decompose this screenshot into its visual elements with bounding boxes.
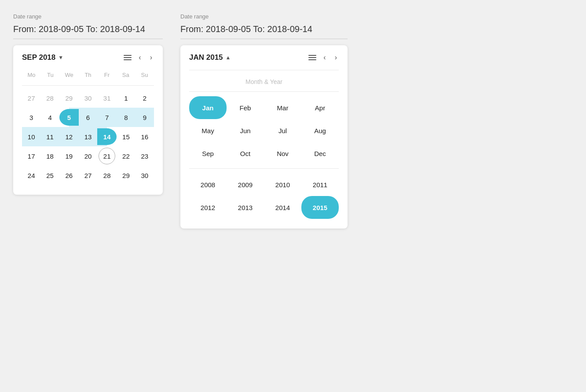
year-cell[interactable]: 2014	[264, 196, 301, 219]
year-cell[interactable]: 2012	[189, 196, 227, 219]
cal-day-cell[interactable]: 29	[117, 166, 135, 185]
cal-day-cell[interactable]: 28	[40, 88, 59, 108]
month-cell[interactable]: Jan	[189, 96, 227, 119]
right-cal-title[interactable]: JAN 2015 ▲	[189, 53, 231, 62]
day-circle: 20	[80, 148, 96, 164]
cal-day-cell[interactable]: 26	[59, 166, 79, 185]
cal-day-cell[interactable]: 30	[136, 166, 154, 185]
cal-day-cell[interactable]: 9	[136, 108, 154, 127]
day-circle: 13	[80, 128, 96, 145]
day-circle: 2	[136, 90, 153, 106]
day-circle: 1	[117, 90, 134, 106]
year-cell[interactable]: 2011	[301, 173, 339, 196]
cal-day-cell[interactable]: 3	[22, 108, 40, 127]
day-circle: 29	[117, 167, 134, 184]
day-circle: 21	[99, 148, 115, 164]
day-circle: 6	[80, 109, 96, 126]
cal-day-cell[interactable]: 8	[117, 108, 135, 127]
left-cal-title[interactable]: SEP 2018 ▼	[22, 53, 63, 62]
day-circle: 27	[80, 167, 96, 184]
cal-day-cell[interactable]: 17	[22, 146, 40, 166]
left-cal-month-year: SEP 2018	[22, 53, 55, 62]
cal-day-cell[interactable]: 10	[22, 127, 40, 146]
cal-day-cell[interactable]: 30	[79, 88, 97, 108]
left-cal-nav-group: ‹ ›	[124, 53, 154, 62]
right-menu-icon[interactable]	[308, 55, 316, 60]
year-cell[interactable]: 2015	[301, 196, 339, 219]
cal-day-cell[interactable]: 6	[79, 108, 97, 127]
left-menu-icon[interactable]	[124, 55, 132, 60]
month-cell[interactable]: Apr	[301, 96, 339, 119]
cal-day-cell[interactable]: 21	[97, 146, 117, 166]
weekday-th: Th	[79, 70, 98, 82]
cal-day-cell[interactable]: 11	[40, 127, 59, 146]
day-circle: 17	[23, 148, 40, 164]
right-date-range-value: From: 2018-09-05 To: 2018-09-14	[180, 24, 348, 39]
day-circle: 4	[42, 109, 59, 126]
right-cal-dropdown-arrow: ▲	[226, 54, 231, 61]
cal-day-cell[interactable]: 24	[22, 166, 40, 185]
cal-day-cell[interactable]: 14	[97, 127, 117, 146]
weekday-sa: Sa	[116, 70, 135, 82]
day-circle: 28	[42, 90, 59, 106]
day-circle: 10	[23, 128, 40, 145]
cal-day-cell[interactable]: 12	[59, 127, 79, 146]
cal-day-cell[interactable]: 5	[59, 108, 79, 127]
month-cell[interactable]: Dec	[301, 142, 339, 165]
cal-day-cell[interactable]: 22	[117, 146, 135, 166]
month-cell[interactable]: Sep	[189, 142, 227, 165]
month-cell[interactable]: Feb	[227, 96, 264, 119]
cal-day-cell[interactable]: 29	[59, 88, 79, 108]
year-cell[interactable]: 2013	[227, 196, 264, 219]
cal-day-cell[interactable]: 2	[136, 88, 154, 108]
day-circle: 9	[136, 109, 153, 126]
month-cell[interactable]: Jul	[264, 119, 301, 142]
day-circle: 5	[59, 109, 79, 126]
left-weekdays: Mo Tu We Th Fr Sa Su	[22, 70, 154, 82]
cal-day-cell[interactable]: 16	[136, 127, 154, 146]
cal-day-cell[interactable]: 20	[79, 146, 97, 166]
cal-day-cell[interactable]: 28	[97, 166, 117, 185]
right-next-button[interactable]: ›	[333, 53, 339, 62]
month-year-divider	[189, 168, 339, 169]
month-cell[interactable]: May	[189, 119, 227, 142]
left-prev-button[interactable]: ‹	[137, 53, 143, 62]
cal-day-cell[interactable]: 18	[40, 146, 59, 166]
left-cal-grid: 2728293031123456789101112131415161718192…	[22, 88, 154, 185]
cal-day-cell[interactable]: 27	[22, 88, 40, 108]
right-prev-button[interactable]: ‹	[322, 53, 327, 62]
day-circle: 23	[136, 148, 153, 164]
month-cell[interactable]: Oct	[227, 142, 264, 165]
year-cell[interactable]: 2010	[264, 173, 301, 196]
day-circle: 14	[97, 128, 117, 145]
cal-day-cell[interactable]: 31	[97, 88, 117, 108]
weekday-tu: Tu	[41, 70, 60, 82]
day-circle: 3	[23, 109, 40, 126]
weekday-mo: Mo	[22, 70, 41, 82]
cal-day-cell[interactable]: 27	[79, 166, 97, 185]
day-circle: 15	[117, 128, 134, 145]
cal-day-cell[interactable]: 7	[97, 108, 117, 127]
cal-day-cell[interactable]: 13	[79, 127, 97, 146]
left-next-button[interactable]: ›	[148, 53, 154, 62]
left-cal-dropdown-arrow: ▼	[58, 54, 63, 61]
year-cell[interactable]: 2008	[189, 173, 227, 196]
year-grid: 20082009201020112012201320142015	[189, 173, 339, 219]
cal-day-cell[interactable]: 19	[59, 146, 79, 166]
month-cell[interactable]: Jun	[227, 119, 264, 142]
day-circle: 29	[61, 90, 77, 106]
month-cell[interactable]: Aug	[301, 119, 339, 142]
day-circle: 12	[61, 128, 77, 145]
day-circle: 27	[23, 90, 40, 106]
left-date-range-label: Date range	[13, 13, 163, 20]
year-cell[interactable]: 2009	[227, 173, 264, 196]
month-cell[interactable]: Nov	[264, 142, 301, 165]
day-circle: 24	[23, 167, 40, 184]
month-cell[interactable]: Mar	[264, 96, 301, 119]
right-section: Date range From: 2018-09-05 To: 2018-09-…	[180, 13, 348, 229]
cal-day-cell[interactable]: 23	[136, 146, 154, 166]
cal-day-cell[interactable]: 15	[117, 127, 135, 146]
cal-day-cell[interactable]: 4	[40, 108, 59, 127]
cal-day-cell[interactable]: 25	[40, 166, 59, 185]
cal-day-cell[interactable]: 1	[117, 88, 135, 108]
